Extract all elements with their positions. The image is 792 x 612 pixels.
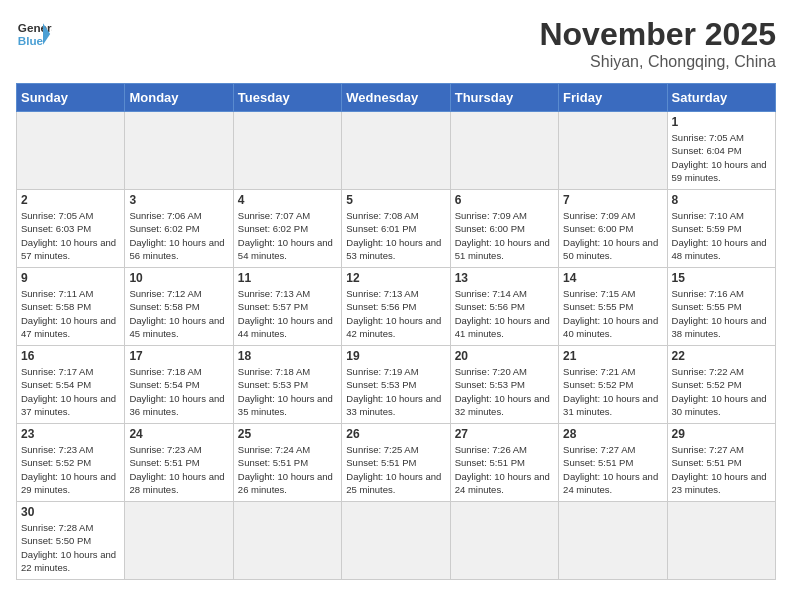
calendar-cell [559,502,667,580]
sun-info: Sunrise: 7:13 AMSunset: 5:56 PMDaylight:… [346,287,445,340]
sun-info: Sunrise: 7:23 AMSunset: 5:52 PMDaylight:… [21,443,120,496]
day-number: 13 [455,271,554,285]
sun-info: Sunrise: 7:24 AMSunset: 5:51 PMDaylight:… [238,443,337,496]
calendar-cell: 1Sunrise: 7:05 AMSunset: 6:04 PMDaylight… [667,112,775,190]
week-row-6: 30Sunrise: 7:28 AMSunset: 5:50 PMDayligh… [17,502,776,580]
sun-info: Sunrise: 7:25 AMSunset: 5:51 PMDaylight:… [346,443,445,496]
calendar-cell [342,112,450,190]
week-row-1: 1Sunrise: 7:05 AMSunset: 6:04 PMDaylight… [17,112,776,190]
calendar-cell: 22Sunrise: 7:22 AMSunset: 5:52 PMDayligh… [667,346,775,424]
calendar-cell: 26Sunrise: 7:25 AMSunset: 5:51 PMDayligh… [342,424,450,502]
calendar-cell: 20Sunrise: 7:20 AMSunset: 5:53 PMDayligh… [450,346,558,424]
sun-info: Sunrise: 7:19 AMSunset: 5:53 PMDaylight:… [346,365,445,418]
title-block: November 2025 Shiyan, Chongqing, China [539,16,776,71]
calendar-cell: 2Sunrise: 7:05 AMSunset: 6:03 PMDaylight… [17,190,125,268]
calendar-cell: 6Sunrise: 7:09 AMSunset: 6:00 PMDaylight… [450,190,558,268]
sun-info: Sunrise: 7:17 AMSunset: 5:54 PMDaylight:… [21,365,120,418]
day-number: 18 [238,349,337,363]
day-number: 4 [238,193,337,207]
calendar-cell: 19Sunrise: 7:19 AMSunset: 5:53 PMDayligh… [342,346,450,424]
calendar-cell: 14Sunrise: 7:15 AMSunset: 5:55 PMDayligh… [559,268,667,346]
calendar-cell: 21Sunrise: 7:21 AMSunset: 5:52 PMDayligh… [559,346,667,424]
calendar-cell: 8Sunrise: 7:10 AMSunset: 5:59 PMDaylight… [667,190,775,268]
calendar-cell [17,112,125,190]
day-number: 6 [455,193,554,207]
calendar-cell: 7Sunrise: 7:09 AMSunset: 6:00 PMDaylight… [559,190,667,268]
sun-info: Sunrise: 7:05 AMSunset: 6:04 PMDaylight:… [672,131,771,184]
calendar-table: SundayMondayTuesdayWednesdayThursdayFrid… [16,83,776,580]
sun-info: Sunrise: 7:15 AMSunset: 5:55 PMDaylight:… [563,287,662,340]
day-number: 8 [672,193,771,207]
weekday-header-saturday: Saturday [667,84,775,112]
sun-info: Sunrise: 7:26 AMSunset: 5:51 PMDaylight:… [455,443,554,496]
day-number: 7 [563,193,662,207]
calendar-cell: 15Sunrise: 7:16 AMSunset: 5:55 PMDayligh… [667,268,775,346]
location: Shiyan, Chongqing, China [539,53,776,71]
sun-info: Sunrise: 7:23 AMSunset: 5:51 PMDaylight:… [129,443,228,496]
sun-info: Sunrise: 7:05 AMSunset: 6:03 PMDaylight:… [21,209,120,262]
day-number: 14 [563,271,662,285]
sun-info: Sunrise: 7:08 AMSunset: 6:01 PMDaylight:… [346,209,445,262]
sun-info: Sunrise: 7:09 AMSunset: 6:00 PMDaylight:… [455,209,554,262]
page-header: General Blue November 2025 Shiyan, Chong… [16,16,776,71]
day-number: 1 [672,115,771,129]
calendar-cell [450,502,558,580]
sun-info: Sunrise: 7:12 AMSunset: 5:58 PMDaylight:… [129,287,228,340]
day-number: 3 [129,193,228,207]
logo: General Blue [16,16,52,52]
day-number: 19 [346,349,445,363]
sun-info: Sunrise: 7:10 AMSunset: 5:59 PMDaylight:… [672,209,771,262]
calendar-cell [125,502,233,580]
month-year: November 2025 [539,16,776,53]
weekday-header-monday: Monday [125,84,233,112]
calendar-cell: 29Sunrise: 7:27 AMSunset: 5:51 PMDayligh… [667,424,775,502]
sun-info: Sunrise: 7:07 AMSunset: 6:02 PMDaylight:… [238,209,337,262]
calendar-cell: 23Sunrise: 7:23 AMSunset: 5:52 PMDayligh… [17,424,125,502]
sun-info: Sunrise: 7:18 AMSunset: 5:54 PMDaylight:… [129,365,228,418]
sun-info: Sunrise: 7:11 AMSunset: 5:58 PMDaylight:… [21,287,120,340]
sun-info: Sunrise: 7:22 AMSunset: 5:52 PMDaylight:… [672,365,771,418]
sun-info: Sunrise: 7:13 AMSunset: 5:57 PMDaylight:… [238,287,337,340]
calendar-cell [233,502,341,580]
calendar-cell: 3Sunrise: 7:06 AMSunset: 6:02 PMDaylight… [125,190,233,268]
day-number: 20 [455,349,554,363]
calendar-cell: 27Sunrise: 7:26 AMSunset: 5:51 PMDayligh… [450,424,558,502]
day-number: 21 [563,349,662,363]
weekday-header-thursday: Thursday [450,84,558,112]
week-row-3: 9Sunrise: 7:11 AMSunset: 5:58 PMDaylight… [17,268,776,346]
sun-info: Sunrise: 7:20 AMSunset: 5:53 PMDaylight:… [455,365,554,418]
calendar-cell: 9Sunrise: 7:11 AMSunset: 5:58 PMDaylight… [17,268,125,346]
weekday-header-friday: Friday [559,84,667,112]
day-number: 17 [129,349,228,363]
calendar-cell: 4Sunrise: 7:07 AMSunset: 6:02 PMDaylight… [233,190,341,268]
sun-info: Sunrise: 7:14 AMSunset: 5:56 PMDaylight:… [455,287,554,340]
day-number: 10 [129,271,228,285]
day-number: 29 [672,427,771,441]
sun-info: Sunrise: 7:21 AMSunset: 5:52 PMDaylight:… [563,365,662,418]
weekday-header-row: SundayMondayTuesdayWednesdayThursdayFrid… [17,84,776,112]
calendar-cell: 12Sunrise: 7:13 AMSunset: 5:56 PMDayligh… [342,268,450,346]
calendar-cell: 30Sunrise: 7:28 AMSunset: 5:50 PMDayligh… [17,502,125,580]
day-number: 30 [21,505,120,519]
logo-icon: General Blue [16,16,52,52]
calendar-cell: 17Sunrise: 7:18 AMSunset: 5:54 PMDayligh… [125,346,233,424]
calendar-cell: 18Sunrise: 7:18 AMSunset: 5:53 PMDayligh… [233,346,341,424]
weekday-header-wednesday: Wednesday [342,84,450,112]
calendar-cell [450,112,558,190]
sun-info: Sunrise: 7:18 AMSunset: 5:53 PMDaylight:… [238,365,337,418]
sun-info: Sunrise: 7:28 AMSunset: 5:50 PMDaylight:… [21,521,120,574]
day-number: 12 [346,271,445,285]
week-row-5: 23Sunrise: 7:23 AMSunset: 5:52 PMDayligh… [17,424,776,502]
day-number: 2 [21,193,120,207]
calendar-cell: 25Sunrise: 7:24 AMSunset: 5:51 PMDayligh… [233,424,341,502]
calendar-cell: 11Sunrise: 7:13 AMSunset: 5:57 PMDayligh… [233,268,341,346]
sun-info: Sunrise: 7:27 AMSunset: 5:51 PMDaylight:… [563,443,662,496]
calendar-cell [559,112,667,190]
calendar-cell: 24Sunrise: 7:23 AMSunset: 5:51 PMDayligh… [125,424,233,502]
calendar-cell: 28Sunrise: 7:27 AMSunset: 5:51 PMDayligh… [559,424,667,502]
calendar-cell [342,502,450,580]
day-number: 9 [21,271,120,285]
sun-info: Sunrise: 7:16 AMSunset: 5:55 PMDaylight:… [672,287,771,340]
calendar-cell [233,112,341,190]
week-row-4: 16Sunrise: 7:17 AMSunset: 5:54 PMDayligh… [17,346,776,424]
